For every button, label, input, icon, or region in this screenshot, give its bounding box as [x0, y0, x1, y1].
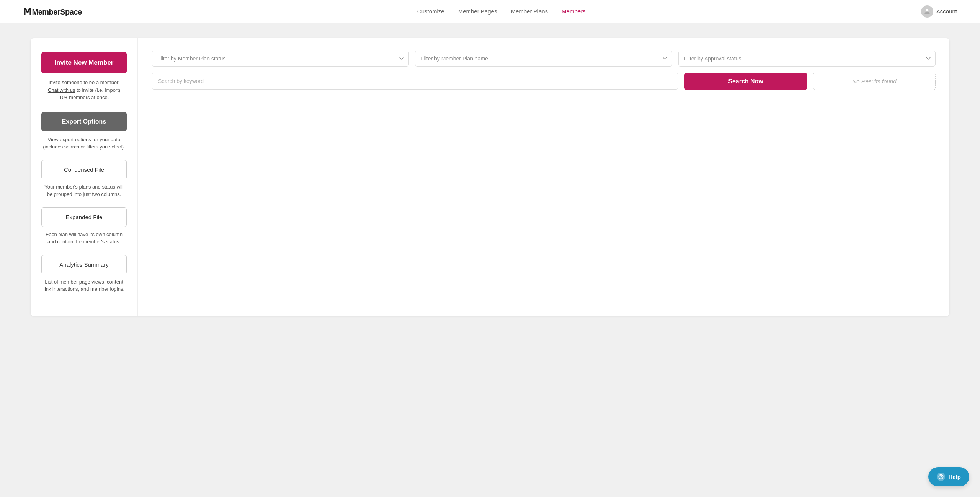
export-description: View export options for your data (inclu… — [41, 136, 127, 151]
account-avatar — [921, 5, 933, 18]
filters-row: Filter by Member Plan status... Filter b… — [152, 51, 936, 67]
account-label: Account — [936, 8, 957, 15]
sidebar: Invite New Member Invite someone to be a… — [31, 38, 138, 316]
analytics-summary-button[interactable]: Analytics Summary — [41, 255, 127, 274]
expanded-file-button[interactable]: Expanded File — [41, 207, 127, 227]
condensed-file-description: Your member's plans and status will be g… — [41, 183, 127, 198]
expanded-file-description: Each plan will have its own column and c… — [41, 231, 127, 246]
filter-plan-name[interactable]: Filter by Member Plan name... — [415, 51, 672, 67]
no-results-box: No Results found — [813, 73, 936, 90]
filter-plan-status[interactable]: Filter by Member Plan status... — [152, 51, 409, 67]
main-wrapper: Invite New Member Invite someone to be a… — [0, 23, 980, 497]
search-input[interactable] — [152, 73, 678, 90]
svg-point-0 — [926, 9, 928, 11]
nav-members[interactable]: Members — [562, 8, 586, 15]
content-card: Invite New Member Invite someone to be a… — [31, 38, 949, 316]
header: 𝗠MemberSpace Customize Member Pages Memb… — [0, 0, 980, 23]
search-row: Search Now No Results found — [152, 73, 936, 90]
nav: Customize Member Pages Member Plans Memb… — [417, 8, 586, 15]
nav-member-pages[interactable]: Member Pages — [458, 8, 497, 15]
main-area: Filter by Member Plan status... Filter b… — [138, 38, 949, 316]
search-now-button[interactable]: Search Now — [684, 73, 807, 90]
help-label: Help — [948, 474, 961, 480]
search-input-wrap — [152, 73, 678, 90]
invite-new-member-button[interactable]: Invite New Member — [41, 52, 127, 73]
nav-customize[interactable]: Customize — [417, 8, 444, 15]
chat-with-us-link[interactable]: Chat with us — [48, 87, 75, 93]
analytics-summary-description: List of member page views, content link … — [41, 278, 127, 293]
condensed-file-button[interactable]: Condensed File — [41, 160, 127, 179]
invite-description: Invite someone to be a member. Chat with… — [41, 79, 127, 101]
filter-approval-status[interactable]: Filter by Approval status... — [678, 51, 936, 67]
nav-member-plans[interactable]: Member Plans — [511, 8, 548, 15]
help-icon — [937, 473, 945, 481]
help-button[interactable]: Help — [928, 467, 969, 486]
export-options-button[interactable]: Export Options — [41, 112, 127, 131]
logo: 𝗠MemberSpace — [23, 6, 82, 17]
no-results-label: No Results found — [852, 78, 896, 85]
account-area[interactable]: Account — [921, 5, 957, 18]
